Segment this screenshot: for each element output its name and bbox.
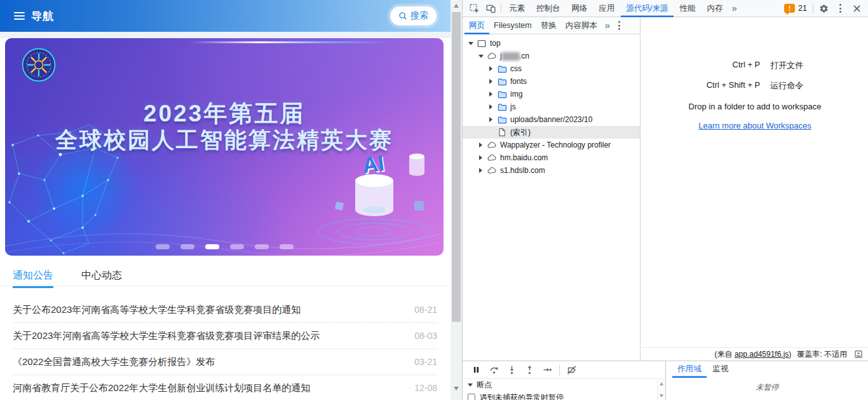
issues-count: 21 — [798, 4, 807, 13]
device-toolbar-icon[interactable] — [482, 1, 499, 16]
sources-subtab[interactable]: 网页 — [465, 17, 489, 34]
tree-row[interactable]: fonts — [463, 75, 640, 88]
scrollbar-up-arrow[interactable] — [454, 4, 459, 8]
source-file-link[interactable]: app.ad4591f6.js — [735, 350, 789, 359]
step-out-icon[interactable] — [522, 363, 537, 377]
tree-row[interactable]: css — [463, 62, 640, 75]
tab-watch[interactable]: 监视 — [708, 361, 734, 378]
devtools-tab[interactable]: 应用 — [593, 0, 621, 17]
breakpoints-section-header[interactable]: 断点 — [463, 379, 665, 391]
carousel-dot[interactable] — [205, 244, 219, 249]
tree-label: fonts — [510, 77, 527, 86]
devtools-panel: 元素控制台网络应用源代码/来源性能内存 » ! 21 — [462, 0, 868, 400]
file-navigator: topj████.cncssfontsimgjsuploads/banner/2… — [463, 35, 641, 361]
notice-title: 关于2023年河南省高等学校大学生学科竞赛省级竞赛项目评审结果的公示 — [13, 330, 320, 342]
carousel-dot[interactable] — [156, 244, 170, 249]
devtools-tab[interactable]: 源代码/来源 — [621, 0, 674, 17]
page-scrollbar[interactable] — [451, 0, 462, 400]
tree-row[interactable]: img — [463, 88, 640, 100]
devtools-tab[interactable]: 网络 — [566, 0, 593, 17]
devtools-main-toolbar: 元素控制台网络应用源代码/来源性能内存 » ! 21 — [463, 0, 868, 17]
scroll-up-arrow[interactable] — [660, 382, 663, 385]
pause-script-icon[interactable] — [468, 363, 484, 377]
ai-3d-illustration: AI AI — [308, 141, 435, 249]
scroll-down-arrow[interactable] — [660, 394, 663, 397]
subtab-kebab-menu-icon[interactable] — [613, 18, 625, 33]
notice-date: 03-21 — [414, 357, 437, 367]
devtools-tab[interactable]: 内存 — [701, 0, 728, 17]
tree-row[interactable]: top — [463, 37, 640, 50]
tree-row[interactable]: uploads/banner/2023/10 — [463, 113, 640, 126]
hamburger-menu-icon[interactable] — [14, 12, 25, 20]
section-expander-icon — [468, 383, 473, 387]
sources-subtab[interactable]: 替换 — [536, 17, 561, 34]
notice-list: 关于公布2023年河南省高等学校大学生学科竞赛省级竞赛项目的通知08-21关于2… — [13, 297, 437, 400]
learn-workspaces-link[interactable]: Learn more about Workspaces — [698, 121, 811, 130]
tree-row[interactable]: hm.baidu.com — [463, 151, 640, 164]
toolbar-separator — [559, 365, 560, 375]
tree-label: js — [510, 102, 516, 111]
svg-text:AI: AI — [361, 151, 386, 177]
tree-row[interactable]: j████.cn — [463, 50, 640, 62]
notice-date: 08-03 — [414, 331, 437, 341]
expander-closed-icon — [478, 168, 484, 173]
step-over-icon[interactable] — [486, 363, 501, 377]
tree-label: Wappalyzer - Technology profiler — [500, 141, 611, 149]
carousel-dot[interactable] — [180, 244, 194, 249]
shortcut-hints: Ctrl + P 打开文件 Ctrl + Shift + P 运行命令 — [641, 60, 868, 92]
inspect-element-icon[interactable] — [466, 1, 482, 16]
workspaces-link-wrap: Learn more about Workspaces — [641, 121, 868, 130]
sources-subtab[interactable]: 内容脚本 — [561, 17, 602, 34]
more-tabs-chevron-icon[interactable]: » — [728, 0, 740, 17]
scrollbar-thumb[interactable] — [452, 12, 461, 322]
carousel-dot[interactable] — [255, 244, 269, 249]
close-devtools-icon[interactable] — [848, 1, 865, 16]
drawer-toggle-icon[interactable] — [853, 348, 864, 360]
expander-closed-icon — [478, 142, 484, 148]
deactivate-breakpoints-icon[interactable] — [564, 363, 580, 377]
tree-label: s1.hdslb.com — [500, 166, 545, 175]
carousel-dot[interactable] — [280, 244, 294, 249]
expander-closed-icon — [488, 92, 494, 97]
notice-row[interactable]: 关于公布2023年河南省高等学校大学生学科竞赛省级竞赛项目的通知08-21 — [13, 297, 437, 323]
issues-badge-icon[interactable]: ! — [784, 4, 795, 13]
toolbar-separator — [813, 3, 813, 13]
cloud-icon — [487, 51, 497, 61]
tree-row[interactable]: (索引) — [463, 126, 640, 139]
step-into-icon[interactable] — [504, 363, 519, 377]
more-subtabs-chevron-icon[interactable]: » — [602, 17, 613, 34]
run-command-shortcut: Ctrl + Shift + P — [707, 80, 761, 92]
search-button[interactable]: 搜索 — [390, 6, 437, 25]
devtools-tabs: 元素控制台网络应用源代码/来源性能内存 — [503, 0, 728, 17]
devtools-tab[interactable]: 元素 — [503, 0, 531, 17]
settings-gear-icon[interactable] — [815, 1, 832, 16]
folder-icon — [497, 64, 507, 74]
devtools-toolbar-right: ! 21 — [784, 1, 865, 16]
carousel-banner[interactable]: 2023年第五届 全球校园人工智能算法精英大赛 AI AI — [5, 38, 444, 256]
notice-row[interactable]: 关于2023年河南省高等学校大学生学科竞赛省级竞赛项目评审结果的公示08-03 — [13, 323, 437, 349]
toolbar-separator — [501, 3, 501, 13]
debugger-sidebar: 断点 遇到未捕获的异常时暂停 作用域 监视 未暂停 — [463, 361, 868, 400]
devtools-tab[interactable]: 性能 — [674, 0, 701, 17]
notice-row[interactable]: 《2022全国普通高校大学生竞赛分析报告》发布03-21 — [13, 349, 437, 375]
notice-title: 河南省教育厅关于公布2022年大学生创新创业训练计划项目名单的通知 — [13, 382, 310, 394]
tab-scope[interactable]: 作用域 — [672, 361, 707, 378]
light-streak-decoration — [189, 41, 391, 43]
tree-row[interactable]: Wappalyzer - Technology profiler — [463, 139, 640, 151]
breakpoints-scrollbar[interactable] — [657, 380, 665, 400]
scrollbar-down-arrow[interactable] — [454, 387, 459, 390]
tabs-divider-line — [0, 286, 451, 286]
tree-row[interactable]: js — [463, 100, 640, 113]
sources-subtab[interactable]: Filesystem — [489, 17, 536, 34]
header-gap — [0, 32, 451, 38]
tree-row[interactable]: s1.hdslb.com — [463, 164, 640, 177]
debugger-toolbar — [463, 361, 665, 379]
step-icon[interactable] — [539, 363, 555, 377]
editor-status-bar: (来自 app.ad4591f6.js) 覆盖率: 不适用 — [641, 347, 868, 361]
sources-subtab-bar: 网页Filesystem替换内容脚本 » — [463, 17, 641, 34]
carousel-dot[interactable] — [230, 244, 244, 249]
devtools-tab[interactable]: 控制台 — [531, 0, 566, 17]
notice-row[interactable]: 河南省教育厅关于公布2022年大学生创新创业训练计划项目名单的通知12-08 — [13, 375, 437, 400]
kebab-menu-icon[interactable] — [832, 1, 848, 16]
pause-on-exceptions-checkbox[interactable] — [468, 394, 475, 400]
